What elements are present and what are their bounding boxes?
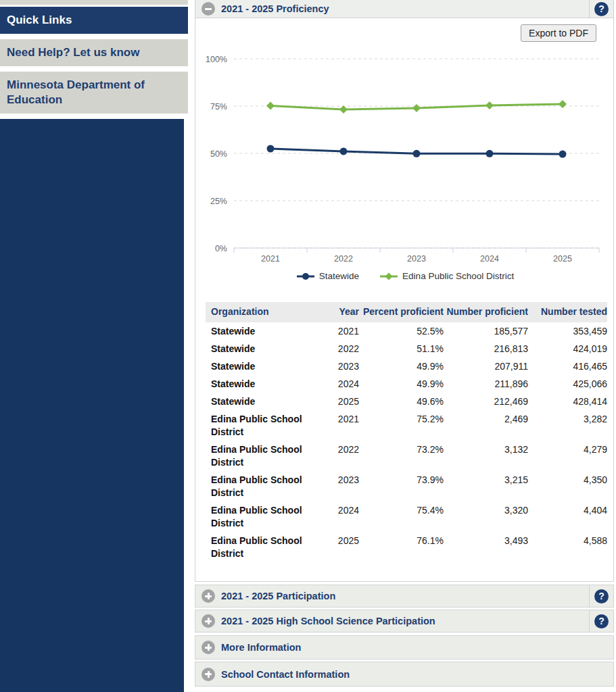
cell-value: 49.9% <box>359 375 444 393</box>
cell-value: 2024 <box>307 375 359 393</box>
table-row: Edina Public School District202373.9%3,2… <box>206 471 607 501</box>
y-tick-label: 75% <box>210 102 227 112</box>
table-row: Statewide202251.1%216,813424,019 <box>206 340 607 357</box>
table-row: Edina Public School District202175.2%2,4… <box>206 410 607 441</box>
school-contact-panel-title: School Contact Information <box>221 669 350 680</box>
sidebar: Quick Links Need Help? Let us know Minne… <box>0 0 188 692</box>
hs-science-participation-panel-header[interactable]: 2021 - 2025 High School Science Particip… <box>195 610 614 633</box>
cell-value: 75.4% <box>359 501 444 532</box>
participation-panel-title: 2021 - 2025 Participation <box>221 591 335 601</box>
x-tick-label: 2025 <box>553 254 572 264</box>
cell-value: 4,588 <box>528 532 607 562</box>
help-question-icon[interactable]: ? <box>594 614 609 628</box>
cell-value: 2,469 <box>444 410 528 441</box>
table-row: Edina Public School District202576.1%3,4… <box>206 532 607 562</box>
cell-organization: Edina Public School District <box>206 441 307 471</box>
expand-plus-icon[interactable] <box>202 668 215 681</box>
table-row: Statewide202449.9%211,896425,066 <box>206 375 607 393</box>
cell-value: 353,459 <box>528 322 607 340</box>
data-point-circle <box>486 150 494 157</box>
x-tick-label: 2024 <box>480 254 499 264</box>
cell-value: 185,577 <box>444 322 528 340</box>
cell-value: 216,813 <box>444 340 528 357</box>
cell-value: 3,320 <box>444 501 528 532</box>
cell-value: 49.6% <box>359 393 444 410</box>
cell-value: 424,019 <box>528 340 607 357</box>
y-tick-label: 25% <box>210 197 227 206</box>
cell-value: 425,066 <box>528 375 607 393</box>
sidebar-top-strip <box>0 0 188 5</box>
legend-item[interactable]: Edina Public School District <box>379 271 514 281</box>
cell-value: 2025 <box>307 393 359 410</box>
proficiency-panel-body: Export to PDF 0%25%50%75%100%20212022202… <box>195 18 614 582</box>
cell-organization: Statewide <box>206 375 307 393</box>
data-point-diamond <box>412 104 421 112</box>
expand-plus-icon[interactable] <box>202 641 215 654</box>
sidebar-item-need-help[interactable]: Need Help? Let us know <box>0 39 188 66</box>
hs-science-participation-panel-title: 2021 - 2025 High School Science Particip… <box>221 616 435 626</box>
data-point-circle <box>413 150 421 157</box>
collapse-minus-icon[interactable] <box>202 2 215 16</box>
sidebar-item-mde[interactable]: Minnesota Department of Education <box>0 72 188 114</box>
col-number-proficient: Number proficient <box>444 302 528 322</box>
header-divider <box>589 585 590 607</box>
table-row: Statewide202349.9%207,911416,465 <box>206 357 607 375</box>
proficiency-data-table: Organization Year Percent proficient Num… <box>206 302 607 562</box>
col-organization: Organization <box>206 302 307 322</box>
help-question-icon[interactable]: ? <box>594 589 609 603</box>
cell-value: 2022 <box>307 441 359 471</box>
table-row: Statewide202549.6%212,469428,414 <box>206 393 607 410</box>
proficiency-chart: 0%25%50%75%100%20212022202320242025 <box>195 18 615 265</box>
cell-value: 73.9% <box>359 471 444 501</box>
more-information-panel-title: More Information <box>221 642 301 653</box>
cell-value: 76.1% <box>359 532 444 562</box>
data-point-circle <box>559 151 567 158</box>
cell-value: 52.5% <box>359 322 444 340</box>
school-contact-panel-header[interactable]: School Contact Information <box>195 662 614 687</box>
y-tick-label: 0% <box>215 244 227 253</box>
x-tick-label: 2023 <box>407 254 426 264</box>
y-tick-label: 50% <box>210 149 227 159</box>
chart-legend: Statewide Edina Public School District <box>195 271 615 281</box>
cell-value: 4,279 <box>528 441 607 471</box>
col-percent-proficient: Percent proficient <box>359 302 444 322</box>
cell-value: 2025 <box>307 532 359 562</box>
col-number-tested: Number tested <box>528 302 607 322</box>
cell-value: 2021 <box>307 410 359 441</box>
help-question-icon[interactable]: ? <box>594 2 609 16</box>
table-header-row: Organization Year Percent proficient Num… <box>206 302 607 322</box>
expand-plus-icon[interactable] <box>202 589 215 603</box>
cell-organization: Statewide <box>206 322 307 340</box>
y-tick-label: 100% <box>206 55 227 64</box>
data-point-diamond <box>266 101 275 109</box>
cell-value: 2023 <box>307 357 359 375</box>
cell-value: 3,493 <box>444 532 528 562</box>
data-point-diamond <box>559 100 567 108</box>
cell-organization: Statewide <box>206 340 307 357</box>
cell-organization: Statewide <box>206 393 307 410</box>
cell-organization: Edina Public School District <box>206 471 307 501</box>
cell-value: 211,896 <box>444 375 528 393</box>
cell-value: 51.1% <box>359 340 444 357</box>
more-information-panel-header[interactable]: More Information <box>195 635 614 660</box>
expand-plus-icon[interactable] <box>202 614 215 628</box>
cell-organization: Edina Public School District <box>206 501 307 532</box>
legend-item[interactable]: Statewide <box>296 271 359 281</box>
cell-value: 2022 <box>307 340 359 357</box>
cell-value: 207,911 <box>444 357 528 375</box>
participation-panel-header[interactable]: 2021 - 2025 Participation ? <box>195 585 614 608</box>
legend-marker-diamond <box>379 272 398 281</box>
header-divider <box>589 610 590 632</box>
proficiency-panel-header[interactable]: 2021 - 2025 Proficiency ? <box>195 0 614 18</box>
cell-value: 212,469 <box>444 393 528 410</box>
cell-value: 3,132 <box>444 441 528 471</box>
header-divider <box>589 0 590 18</box>
table-row: Statewide202152.5%185,577353,459 <box>206 322 607 340</box>
main-content: 2021 - 2025 Proficiency ? Export to PDF … <box>195 0 614 687</box>
table-row: Edina Public School District202273.2%3,1… <box>206 441 607 471</box>
cell-organization: Edina Public School District <box>206 532 307 562</box>
legend-marker-circle <box>296 272 315 281</box>
proficiency-line-chart-svg: 0%25%50%75%100%20212022202320242025 <box>195 18 615 265</box>
cell-value: 3,215 <box>444 471 528 501</box>
cell-value: 2024 <box>307 501 359 532</box>
